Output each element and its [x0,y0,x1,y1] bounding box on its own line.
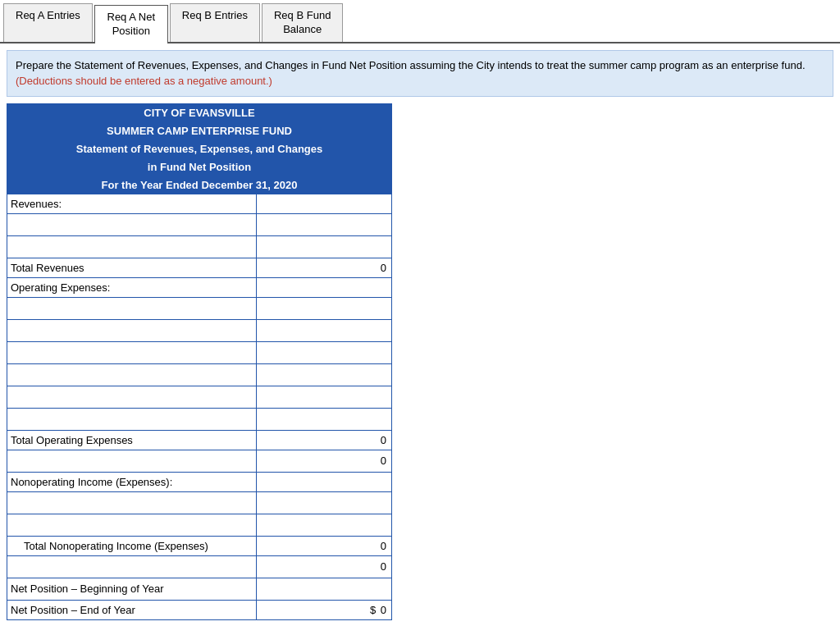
revenues-label-value-cell [257,194,392,213]
operating-label-field-1[interactable] [11,299,253,318]
operating-label-row: Operating Expenses: [7,277,392,297]
nonoperating-label-value-cell [257,472,392,491]
total-nonoperating-label: Total Nonoperating Income (Expenses) [7,536,257,555]
total-operating-row: Total Operating Expenses 0 [7,430,392,450]
header-fund-net: in Fund Net Position [7,158,392,176]
nonoperating-input-row-1 [7,491,392,514]
operating-input-row-2 [7,319,392,341]
blank-after-operating-row: 0 [7,450,392,472]
operating-label-field-5[interactable] [11,388,253,406]
net-position-end-label: Net Position – End of Year [7,600,257,619]
statement-table: CITY OF EVANSVILLE SUMMER CAMP ENTERPRIS… [7,103,392,620]
revenue-label-input-2[interactable] [7,235,257,258]
net-position-end-row: Net Position – End of Year $ 0 [7,600,392,619]
nonoperating-label: Nonoperating Income (Expenses): [7,472,257,491]
net-position-end-value: 0 [381,604,386,616]
blank-after-nonoperating-row: 0 [7,555,392,578]
header-fund: SUMMER CAMP ENTERPRISE FUND [7,121,392,139]
operating-label-field-3[interactable] [11,344,253,362]
operating-value-field-2[interactable] [260,322,388,340]
blank-after-operating-label[interactable] [11,452,253,470]
revenue-value-field-1[interactable] [260,216,388,234]
total-revenues-label: Total Revenues [7,258,257,277]
operating-input-row-1 [7,297,392,319]
nonoperating-label-field-1[interactable] [11,494,253,512]
operating-label-field-6[interactable] [11,410,253,428]
revenue-label-input-1[interactable] [7,213,257,235]
tab-req-b-fund-balance[interactable]: Req B FundBalance [262,3,343,42]
revenue-value-field-2[interactable] [260,238,388,256]
operating-value-field-1[interactable] [260,299,388,318]
instruction-box: Prepare the Statement of Revenues, Expen… [7,50,833,97]
dollar-sign: $ [370,604,376,616]
revenues-label: Revenues: [7,194,257,213]
revenue-input-row-2 [7,235,392,258]
revenue-value-cell-2[interactable] [257,235,392,258]
tab-req-b-entries[interactable]: Req B Entries [170,3,260,42]
tab-req-a-entries[interactable]: Req A Entries [3,3,93,42]
operating-input-row-3 [7,341,392,363]
tab-req-a-net-position[interactable]: Req A NetPosition [94,5,168,43]
header-year: For the Year Ended December 31, 2020 [7,176,392,194]
revenue-label-field-1[interactable] [11,216,253,234]
tab-bar: Req A Entries Req A NetPosition Req B En… [0,0,840,43]
header-row-4: in Fund Net Position [7,158,392,176]
total-revenues-value: 0 [257,258,392,277]
total-nonoperating-value: 0 [257,536,392,555]
total-operating-value: 0 [257,430,392,450]
nonoperating-value-field-1[interactable] [260,494,388,512]
operating-value-field-5[interactable] [260,388,388,406]
operating-label-value-cell [257,277,392,297]
header-row-3: Statement of Revenues, Expenses, and Cha… [7,139,392,158]
header-row-5: For the Year Ended December 31, 2020 [7,176,392,194]
instruction-text: Prepare the Statement of Revenues, Expen… [16,59,806,71]
operating-label-field-4[interactable] [11,366,253,384]
net-position-end-value-cell: $ 0 [257,600,392,619]
total-operating-label: Total Operating Expenses [7,430,257,450]
main-content: CITY OF EVANSVILLE SUMMER CAMP ENTERPRIS… [7,103,833,620]
instruction-note: (Deductions should be entered as a negat… [16,75,272,87]
operating-value-field-6[interactable] [260,410,388,428]
nonoperating-label-row: Nonoperating Income (Expenses): [7,472,392,491]
operating-label-field-2[interactable] [11,322,253,340]
operating-input-row-5 [7,386,392,408]
net-position-beginning-row: Net Position – Beginning of Year [7,578,392,600]
operating-value-field-3[interactable] [260,344,388,362]
revenue-value-cell-1[interactable] [257,213,392,235]
revenues-label-row: Revenues: [7,194,392,213]
total-revenues-row: Total Revenues 0 [7,258,392,277]
revenue-input-row-1 [7,213,392,235]
header-city: CITY OF EVANSVILLE [7,103,392,121]
operating-input-row-4 [7,363,392,386]
nonoperating-label-field-2[interactable] [11,516,253,534]
blank-after-nonoperating-label[interactable] [11,558,253,576]
header-row-1: CITY OF EVANSVILLE [7,103,392,121]
total-nonoperating-row: Total Nonoperating Income (Expenses) 0 [7,536,392,555]
net-position-beginning-label: Net Position – Beginning of Year [7,578,257,600]
operating-input-row-6 [7,408,392,430]
nonoperating-input-row-2 [7,514,392,536]
operating-value-field-4[interactable] [260,366,388,384]
nonoperating-value-field-2[interactable] [260,516,388,534]
net-position-beginning-value[interactable] [260,580,388,598]
revenue-label-field-2[interactable] [11,238,253,256]
blank-after-operating-value: 0 [257,450,392,472]
blank-after-nonoperating-value: 0 [257,555,392,578]
header-statement: Statement of Revenues, Expenses, and Cha… [7,139,392,158]
operating-expenses-label: Operating Expenses: [7,277,257,297]
header-row-2: SUMMER CAMP ENTERPRISE FUND [7,121,392,139]
